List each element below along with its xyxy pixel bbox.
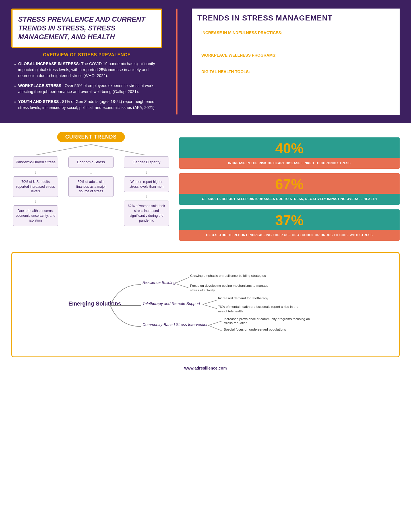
svg-text:Increased demand for telethera: Increased demand for teletherapy	[218, 296, 269, 300]
top-section: STRESS PREVALENCE AND CURRENT TRENDS IN …	[0, 0, 411, 123]
es-branch-3-label: Community-Based Stress Interventions	[142, 323, 210, 327]
overview-list: GLOBAL INCREASE IN STRESS: The COVID-19 …	[14, 61, 159, 111]
stat-2-number: 67%	[275, 176, 303, 192]
flow-col-1: Pandemic-Driven Stress ↓ 70% of U.S. adu…	[11, 156, 60, 226]
trend-label-1: INCREASE IN MINDFULNESS PRACTICES:	[201, 30, 282, 35]
trend-label-2: WORKPLACE WELLNESS PROGRAMS:	[201, 53, 276, 57]
stat-3-number-area: 37%	[179, 209, 400, 230]
middle-section: CURRENT TRENDS Pandemic-Driven Stress	[0, 123, 411, 249]
svg-line-10	[203, 300, 217, 304]
flowchart-panel: CURRENT TRENDS Pandemic-Driven Stress	[11, 132, 174, 226]
overview-label-3: YOUTH AND STRESS	[18, 99, 59, 104]
stat-card-2: 67% OF ADULTS REPORT SLEEP DISTURBANCES …	[179, 173, 400, 205]
stat-3-number: 37%	[275, 213, 303, 228]
flow-columns: Pandemic-Driven Stress ↓ 70% of U.S. adu…	[11, 156, 171, 226]
stat-2-desc: OF ADULTS REPORT SLEEP DISTURBANCES DUE …	[202, 197, 377, 201]
stat-1-desc: INCREASE IN THE RISK OF HEART DISEASE LI…	[228, 161, 351, 165]
flow-col-3: Gender Disparity ↓ Women report higher s…	[122, 156, 171, 226]
flow-top-1: Pandemic-Driven Stress	[13, 156, 58, 168]
flow-bot-1: Due to health concerns, economic uncerta…	[13, 205, 58, 226]
footer-url: www.adresilience.com	[184, 366, 227, 370]
flow-bot-3: 62% of women said their stress increased…	[124, 201, 169, 226]
flow-arrow-3a: ↓	[145, 170, 148, 175]
trends-list: INCREASE IN MINDFULNESS PRACTICES: Mindf…	[197, 30, 394, 81]
divider	[176, 9, 177, 115]
stat-3-desc-area: OF U.S. ADULTS REPORT INCREASEING THEIR …	[179, 230, 400, 241]
stat-2-desc-area: OF ADULTS REPORT SLEEP DISTURBANCES DUE …	[179, 194, 400, 205]
svg-text:76% of mental health professio: 76% of mental health professionals repor…	[218, 305, 298, 309]
overview-section: OVERVIEW OF STRESS PREVALENCE GLOBAL INC…	[11, 52, 162, 115]
svg-text:Focus on developing coping mec: Focus on developing coping mechanisms to…	[190, 284, 269, 288]
stat-2-number-area: 67%	[179, 173, 400, 194]
svg-line-16	[208, 325, 222, 331]
emerging-solutions-section: Emerging Solutions Resilience Building G…	[11, 252, 400, 357]
svg-text:use of telehealth: use of telehealth	[218, 309, 243, 313]
right-panel: TRENDS IN STRESS MANAGEMENT INCREASE IN …	[192, 9, 400, 115]
overview-item-1: GLOBAL INCREASE IN STRESS: The COVID-19 …	[14, 61, 159, 79]
overview-label-1: GLOBAL INCREASE IN STRESS:	[18, 61, 80, 66]
es-branch-2-label: Teletherapy and Remote Support	[142, 302, 200, 306]
title-box: STRESS PREVALENCE AND CURRENT TRENDS IN …	[11, 9, 162, 48]
stats-panel: 40% INCREASE IN THE RISK OF HEART DISEAS…	[179, 137, 400, 241]
svg-text:stress reduction: stress reduction	[224, 321, 247, 325]
flow-mid-2: 59% of adults cite finances as a major s…	[68, 176, 114, 197]
overview-item-3: YOUTH AND STRESS : 81% of Gen Z adults (…	[14, 99, 159, 111]
overview-item-2: WORKPLACE STRESS : Over 56% of employees…	[14, 83, 159, 95]
svg-text:Growing emphasis on resilience: Growing emphasis on resilience-building …	[190, 274, 266, 278]
page: STRESS PREVALENCE AND CURRENT TRENDS IN …	[0, 0, 411, 373]
stat-1-number: 40%	[275, 141, 303, 156]
trend-item-2: WORKPLACE WELLNESS PROGRAMS: Companies a…	[197, 52, 394, 64]
flow-top-2: Economic Stress	[68, 156, 114, 168]
flow-mid-3: Women report higher stress levels than m…	[124, 176, 169, 192]
current-trends-badge: CURRENT TRENDS	[57, 132, 125, 142]
flow-arrow-2a: ↓	[90, 170, 92, 175]
svg-text:stress effectively: stress effectively	[190, 288, 215, 292]
overview-heading: OVERVIEW OF STRESS PREVALENCE	[14, 52, 159, 57]
svg-text:Increased prevalence of commun: Increased prevalence of community progra…	[224, 317, 310, 321]
stat-3-desc: OF U.S. ADULTS REPORT INCREASEING THEIR …	[206, 233, 373, 237]
flow-top-3: Gender Disparity	[124, 156, 169, 168]
flow-mid-1: 70% of U.S. adults reported increased st…	[13, 176, 58, 197]
svg-line-2	[91, 145, 145, 155]
branch-svg	[11, 142, 171, 156]
es-branch-1-label: Resilience Building	[142, 281, 176, 285]
flow-arrow-1a: ↓	[34, 170, 37, 175]
svg-line-0	[36, 145, 91, 155]
footer: www.adresilience.com	[0, 363, 411, 373]
flow-arrow-1b: ↓	[34, 199, 37, 204]
svg-text:Special focus on underserved p: Special focus on underserved populations	[224, 328, 286, 332]
flow-col-2: Economic Stress ↓ 59% of adults cite fin…	[67, 156, 115, 226]
flow-arrow-3b: ↓	[145, 194, 148, 199]
trend-label-3: DIGITAL HEALTH TOOLS:	[201, 69, 250, 74]
stat-1-number-area: 40%	[179, 137, 400, 158]
stat-card-3: 37% OF U.S. ADULTS REPORT INCREASEING TH…	[179, 209, 400, 241]
trends-heading: TRENDS IN STRESS MANAGEMENT	[197, 11, 394, 25]
stat-card-1: 40% INCREASE IN THE RISK OF HEART DISEAS…	[179, 137, 400, 169]
trend-item-1: INCREASE IN MINDFULNESS PRACTICES: Mindf…	[197, 30, 394, 48]
left-panel: STRESS PREVALENCE AND CURRENT TRENDS IN …	[11, 9, 162, 115]
stat-1-desc-area: INCREASE IN THE RISK OF HEART DISEASE LI…	[179, 158, 400, 169]
overview-label-2: WORKPLACE STRESS	[18, 83, 61, 88]
svg-line-5	[175, 278, 189, 284]
main-title: STRESS PREVALENCE AND CURRENT TRENDS IN …	[18, 15, 155, 42]
trend-item-3: DIGITAL HEALTH TOOLS: The use of digital…	[197, 69, 394, 81]
svg-line-11	[203, 304, 217, 309]
emerging-solutions-diagram: Emerging Solutions Resilience Building G…	[24, 261, 387, 347]
svg-line-6	[175, 283, 189, 288]
